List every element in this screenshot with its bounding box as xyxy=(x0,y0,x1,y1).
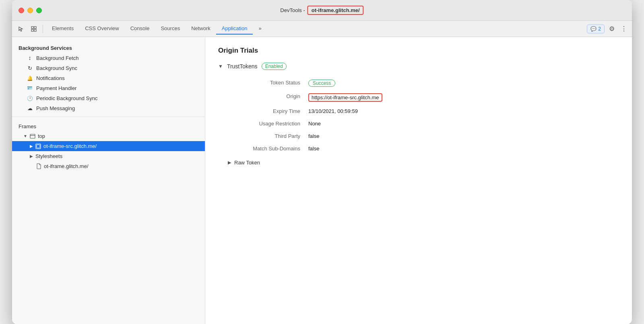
frame-icon xyxy=(30,133,35,139)
sidebar: Background Services ↕ Background Fetch ↻… xyxy=(12,37,205,324)
raw-token-label: Raw Token xyxy=(234,160,260,166)
info-row-usage-restriction: Usage Restriction None xyxy=(228,117,510,130)
tab-network[interactable]: Network xyxy=(186,23,216,35)
push-messaging-icon: ☁ xyxy=(27,105,33,111)
tab-console[interactable]: Console xyxy=(125,23,155,35)
sidebar-item-label: Background Sync xyxy=(36,65,77,71)
label-origin: Origin xyxy=(228,93,308,99)
info-row-token-status: Token Status Success xyxy=(228,76,510,90)
label-usage-restriction: Usage Restriction xyxy=(228,121,308,127)
tab-css-overview[interactable]: CSS Overview xyxy=(79,23,125,35)
tab-more[interactable]: » xyxy=(253,23,267,35)
maximize-button[interactable] xyxy=(36,8,42,13)
sidebar-item-label: Notifications xyxy=(36,75,65,81)
svg-rect-4 xyxy=(30,134,35,138)
file-label: ot-iframe.glitch.me/ xyxy=(44,163,89,169)
inspector-icon xyxy=(31,26,37,32)
stylesheets-toggle-icon: ▶ xyxy=(30,154,33,158)
label-token-status: Token Status xyxy=(228,80,308,86)
iframe-icon xyxy=(35,144,41,149)
sidebar-item-label: Background Fetch xyxy=(36,55,79,61)
sidebar-item-notifications[interactable]: 🔔 Notifications xyxy=(12,73,205,83)
traffic-lights xyxy=(19,8,42,13)
info-row-expiry: Expiry Time 13/10/2021, 00:59:59 xyxy=(228,105,510,117)
value-usage-restriction: None xyxy=(308,121,321,127)
sidebar-item-periodic-background-sync[interactable]: 🕐 Periodic Background Sync xyxy=(12,93,205,103)
iframe-toggle-icon: ▶ xyxy=(30,144,33,148)
value-origin: https://ot-iframe-src.glitch.me xyxy=(308,93,382,102)
titlebar-center: DevTools - ot-iframe.glitch.me/ xyxy=(280,6,363,15)
iframe-label: ot-iframe-src.glitch.me/ xyxy=(43,143,97,149)
close-button[interactable] xyxy=(19,8,24,13)
toolbar-right: 💬 2 ⚙ ⋮ xyxy=(587,24,629,34)
tab-sources[interactable]: Sources xyxy=(155,23,186,35)
content-area: Origin Trials ▼ TrustTokens Enabled Toke… xyxy=(205,37,632,324)
info-row-origin: Origin https://ot-iframe-src.glitch.me xyxy=(228,90,510,105)
sidebar-item-background-fetch[interactable]: ↕ Background Fetch xyxy=(12,53,205,63)
stylesheets-label: Stylesheets xyxy=(35,153,62,159)
devtools-label: DevTools - xyxy=(280,7,305,13)
info-row-third-party: Third Party false xyxy=(228,130,510,142)
background-sync-icon: ↻ xyxy=(27,65,33,71)
svg-rect-3 xyxy=(34,29,36,31)
section-label: TrustTokens xyxy=(227,63,258,70)
enabled-badge: Enabled xyxy=(262,63,287,70)
background-services-title: Background Services xyxy=(12,42,205,53)
raw-token-row[interactable]: ▶ Raw Token xyxy=(228,160,619,166)
sidebar-item-push-messaging[interactable]: ☁ Push Messaging xyxy=(12,103,205,113)
sidebar-item-label: Payment Handler xyxy=(36,85,76,91)
payment-handler-icon: 🪪 xyxy=(27,86,33,91)
toolbar-tabs: Elements CSS Overview Console Sources Ne… xyxy=(46,23,585,35)
badge-count: 2 xyxy=(598,26,601,32)
info-table: Token Status Success Origin https://ot-i… xyxy=(228,76,510,155)
minimize-button[interactable] xyxy=(27,8,33,13)
value-expiry: 13/10/2021, 00:59:59 xyxy=(308,108,358,114)
sidebar-item-background-sync[interactable]: ↻ Background Sync xyxy=(12,63,205,73)
label-expiry: Expiry Time xyxy=(228,108,308,114)
value-match-subdomains: false xyxy=(308,146,319,152)
sidebar-item-label: Periodic Background Sync xyxy=(36,95,97,101)
messages-badge-btn[interactable]: 💬 2 xyxy=(587,25,605,33)
value-token-status: Success xyxy=(308,80,335,87)
frames-item-top[interactable]: ▼ top xyxy=(12,131,205,141)
tab-elements[interactable]: Elements xyxy=(46,23,79,35)
svg-rect-7 xyxy=(37,145,40,148)
top-label: top xyxy=(38,133,45,139)
section-toggle[interactable]: ▼ xyxy=(218,64,223,69)
sidebar-item-payment-handler[interactable]: 🪪 Payment Handler xyxy=(12,83,205,93)
svg-rect-0 xyxy=(31,27,33,29)
value-third-party: false xyxy=(308,133,319,139)
settings-icon-btn[interactable]: ⚙ xyxy=(607,24,617,34)
tab-application[interactable]: Application xyxy=(216,23,253,35)
page-title: Origin Trials xyxy=(218,47,619,55)
frames-item-file[interactable]: ot-iframe.glitch.me/ xyxy=(12,161,205,171)
cursor-icon-btn[interactable] xyxy=(15,23,27,35)
label-match-subdomains: Match Sub-Domains xyxy=(228,146,308,152)
badge-icon: 💬 xyxy=(590,26,597,32)
frames-item-stylesheets[interactable]: ▶ Stylesheets xyxy=(12,151,205,161)
toolbar-divider xyxy=(43,25,43,33)
inspector-icon-btn[interactable] xyxy=(28,23,39,35)
info-row-match-subdomains: Match Sub-Domains false xyxy=(228,142,510,155)
background-fetch-icon: ↕ xyxy=(27,55,33,61)
sidebar-divider xyxy=(12,117,205,117)
top-toggle-icon: ▼ xyxy=(23,134,27,138)
notifications-icon: 🔔 xyxy=(27,76,33,81)
main-area: Background Services ↕ Background Fetch ↻… xyxy=(12,37,632,324)
titlebar-url: ot-iframe.glitch.me/ xyxy=(308,6,364,15)
raw-token-toggle: ▶ xyxy=(228,160,231,165)
periodic-sync-icon: 🕐 xyxy=(27,96,33,101)
section-header: ▼ TrustTokens Enabled xyxy=(218,63,619,70)
frames-item-iframe-src[interactable]: ▶ ot-iframe-src.glitch.me/ xyxy=(12,141,205,151)
devtools-window: DevTools - ot-iframe.glitch.me/ Elements… xyxy=(12,0,632,324)
toolbar: Elements CSS Overview Console Sources Ne… xyxy=(12,21,632,37)
svg-rect-2 xyxy=(31,29,33,31)
cursor-icon xyxy=(18,26,24,32)
label-third-party: Third Party xyxy=(228,133,308,139)
more-options-icon-btn[interactable]: ⋮ xyxy=(619,24,629,34)
frames-title: Frames xyxy=(12,120,205,131)
file-icon xyxy=(36,163,41,169)
titlebar: DevTools - ot-iframe.glitch.me/ xyxy=(12,0,632,21)
sidebar-item-label: Push Messaging xyxy=(36,105,75,111)
svg-rect-1 xyxy=(34,27,36,29)
